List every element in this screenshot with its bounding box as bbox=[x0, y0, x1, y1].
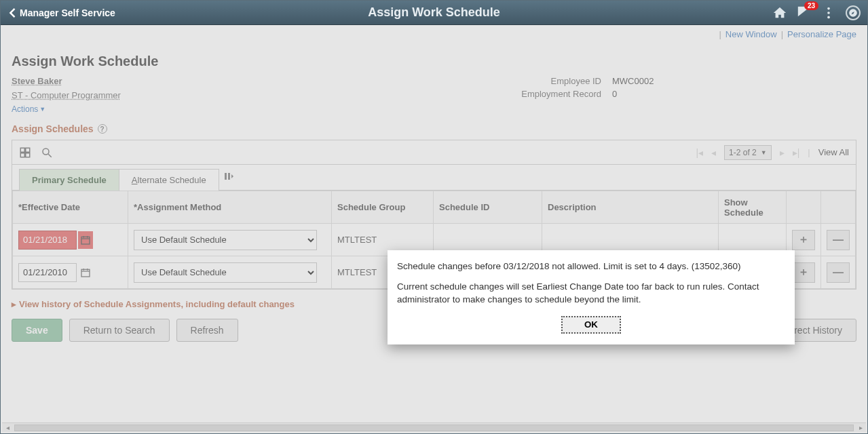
app-banner: Manager Self Service Assign Work Schedul… bbox=[1, 1, 867, 25]
scroll-left-icon[interactable]: ◂ bbox=[2, 423, 13, 433]
pager-last-icon[interactable]: ▸| bbox=[793, 147, 800, 158]
employee-id-label: Employee ID bbox=[490, 76, 612, 86]
chevron-left-icon bbox=[9, 8, 16, 18]
delete-row-button[interactable]: — bbox=[827, 230, 850, 250]
new-window-link[interactable]: New Window bbox=[725, 29, 777, 39]
pager-prev-icon[interactable]: ◂ bbox=[711, 147, 716, 158]
effective-date-input[interactable] bbox=[18, 263, 77, 282]
page-title: Assign Work Schedule bbox=[12, 54, 856, 69]
search-icon[interactable] bbox=[41, 146, 53, 159]
section-title: Assign Schedules ? bbox=[12, 123, 856, 134]
scroll-right-icon[interactable]: ▸ bbox=[855, 423, 866, 433]
effective-date-field[interactable] bbox=[18, 263, 122, 282]
grid-settings-icon[interactable] bbox=[19, 146, 31, 159]
calendar-icon[interactable] bbox=[78, 264, 93, 281]
effective-date-field[interactable] bbox=[18, 231, 122, 250]
notifications-count: 23 bbox=[804, 1, 818, 10]
svg-rect-6 bbox=[228, 173, 230, 180]
notifications-icon[interactable]: 23 bbox=[797, 4, 812, 21]
employee-name[interactable]: Steve Baker bbox=[12, 76, 62, 86]
refresh-button[interactable]: Refresh bbox=[176, 319, 238, 342]
back-button[interactable]: Manager Self Service bbox=[1, 1, 124, 24]
view-all-link[interactable]: View All bbox=[818, 147, 849, 157]
svg-rect-11 bbox=[81, 269, 90, 277]
banner-title: Assign Work Schedule bbox=[368, 5, 500, 20]
svg-point-1 bbox=[827, 12, 830, 14]
delete-row-button[interactable]: — bbox=[827, 262, 850, 283]
help-icon[interactable]: ? bbox=[98, 124, 107, 134]
col-show-schedule[interactable]: Show Schedule bbox=[719, 191, 787, 224]
effective-date-input[interactable] bbox=[18, 231, 77, 250]
svg-point-3 bbox=[43, 149, 49, 155]
tabs-expand-icon[interactable] bbox=[224, 172, 233, 183]
compass-icon[interactable] bbox=[846, 5, 861, 20]
horizontal-scrollbar[interactable]: ◂ ▸ bbox=[2, 422, 866, 432]
banner-actions: 23 bbox=[772, 4, 861, 21]
svg-point-2 bbox=[827, 16, 830, 18]
col-schedule-id[interactable]: Schedule ID bbox=[434, 191, 542, 224]
add-row-button[interactable]: ＋ bbox=[792, 230, 815, 250]
actions-dropdown[interactable]: Actions ▼ bbox=[12, 104, 490, 114]
personalize-page-link[interactable]: Personalize Page bbox=[787, 29, 856, 39]
pager-range-dropdown[interactable]: 1-2 of 2 ▼ bbox=[724, 145, 772, 160]
calendar-icon[interactable] bbox=[78, 231, 93, 249]
kebab-menu-icon[interactable] bbox=[821, 5, 836, 20]
col-effective-date[interactable]: *Effective Date bbox=[13, 191, 128, 224]
svg-rect-5 bbox=[225, 173, 227, 180]
col-schedule-group[interactable]: Schedule Group bbox=[332, 191, 434, 224]
pager-first-icon[interactable]: |◂ bbox=[696, 147, 703, 158]
add-row-button[interactable]: ＋ bbox=[792, 262, 815, 283]
pager-next-icon[interactable]: ▸ bbox=[780, 147, 785, 158]
tab-alternate-schedule[interactable]: Alternate Schedule bbox=[119, 169, 219, 191]
modal-message-line2: Current schedule changes will set Earlie… bbox=[397, 280, 785, 307]
assignment-method-select[interactable]: Use Default Schedule bbox=[134, 262, 317, 283]
back-label: Manager Self Service bbox=[20, 7, 115, 18]
col-assignment-method[interactable]: *Assignment Method bbox=[128, 191, 332, 224]
save-button[interactable]: Save bbox=[12, 319, 62, 342]
employment-record-value: 0 bbox=[612, 89, 617, 99]
error-modal: Schedule changes before 03/12/2018 not a… bbox=[388, 250, 795, 344]
tab-primary-schedule[interactable]: Primary Schedule bbox=[19, 169, 119, 191]
scroll-thumb[interactable] bbox=[14, 425, 854, 431]
expand-arrow-icon: ▸ bbox=[12, 299, 16, 309]
caret-down-icon: ▼ bbox=[761, 149, 767, 156]
svg-point-0 bbox=[827, 7, 830, 9]
home-icon[interactable] bbox=[772, 5, 787, 20]
caret-down-icon: ▼ bbox=[39, 106, 45, 113]
employee-id-value: MWC0002 bbox=[612, 76, 654, 86]
svg-rect-7 bbox=[81, 237, 90, 244]
col-description[interactable]: Description bbox=[542, 191, 719, 224]
modal-message-line1: Schedule changes before 03/12/2018 not a… bbox=[397, 260, 785, 273]
svg-line-4 bbox=[48, 154, 52, 157]
page-links: | New Window | Personalize Page bbox=[1, 25, 867, 43]
employee-role: ST - Computer Programmer bbox=[12, 90, 121, 100]
return-to-search-button[interactable]: Return to Search bbox=[69, 319, 170, 342]
modal-ok-button[interactable]: OK bbox=[561, 316, 621, 334]
employment-record-label: Employment Record bbox=[490, 89, 612, 99]
assignment-method-select[interactable]: Use Default Schedule bbox=[134, 230, 317, 250]
